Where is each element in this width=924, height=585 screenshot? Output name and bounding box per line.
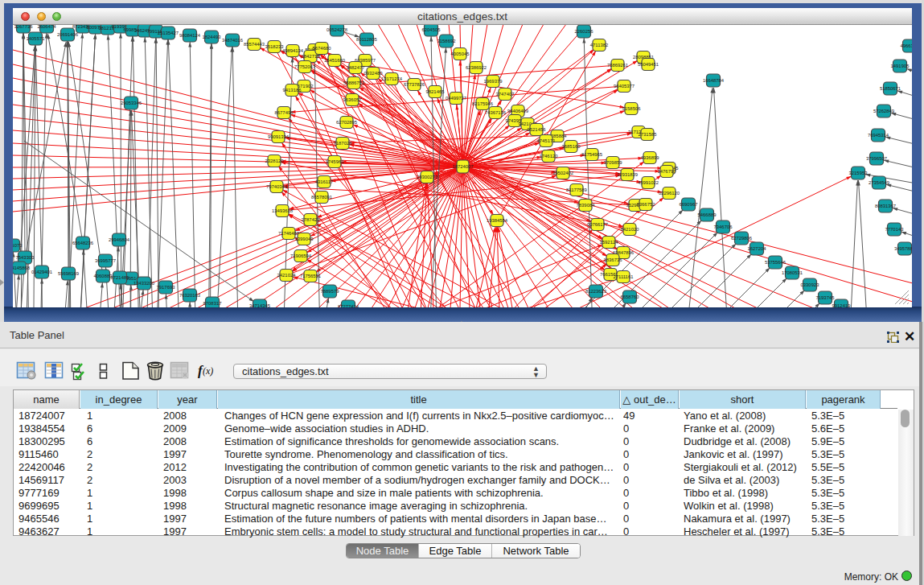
- svg-text:4745171: 4745171: [537, 138, 556, 143]
- svg-text:4711382: 4711382: [590, 43, 609, 47]
- svg-text:0932480: 0932480: [364, 71, 384, 76]
- svg-text:5466889: 5466889: [698, 212, 717, 217]
- svg-text:4316117: 4316117: [315, 179, 334, 184]
- svg-text:32931839: 32931839: [617, 172, 638, 177]
- svg-text:1969379: 1969379: [484, 79, 503, 84]
- svg-text:9912419: 9912419: [832, 303, 851, 307]
- svg-text:3158692: 3158692: [437, 39, 456, 43]
- svg-text:3518233: 3518233: [265, 44, 285, 49]
- svg-text:99091334: 99091334: [268, 134, 290, 139]
- svg-text:81223623: 81223623: [585, 289, 607, 294]
- svg-text:1405571: 1405571: [27, 36, 45, 41]
- svg-text:77752047: 77752047: [294, 64, 315, 69]
- svg-text:9821465: 9821465: [426, 89, 446, 94]
- svg-text:82175946: 82175946: [472, 101, 494, 106]
- svg-text:55886753: 55886753: [343, 80, 365, 85]
- svg-text:4966319: 4966319: [901, 43, 912, 48]
- svg-text:3709859: 3709859: [604, 160, 622, 165]
- svg-text:81177589: 81177589: [566, 187, 587, 192]
- svg-text:1592124: 1592124: [600, 240, 619, 245]
- svg-text:16648784: 16648784: [703, 78, 725, 83]
- svg-text:98084124: 98084124: [179, 33, 201, 38]
- svg-text:7346706: 7346706: [714, 225, 733, 229]
- svg-text:19384554: 19384554: [487, 218, 508, 223]
- svg-text:0842710: 0842710: [302, 54, 321, 59]
- svg-text:34874016: 34874016: [222, 38, 244, 43]
- svg-text:87277434: 87277434: [338, 304, 359, 307]
- svg-text:62702895: 62702895: [336, 120, 358, 125]
- svg-text:5158506: 5158506: [622, 106, 642, 111]
- svg-text:49894134: 49894134: [282, 48, 304, 53]
- svg-text:7187026: 7187026: [334, 141, 353, 146]
- svg-text:9413186: 9413186: [283, 88, 302, 93]
- svg-text:55698169: 55698169: [58, 271, 79, 276]
- svg-text:13493618: 13493618: [272, 208, 294, 213]
- svg-text:3685160: 3685160: [562, 144, 581, 149]
- svg-text:51850671: 51850671: [880, 86, 901, 91]
- svg-text:8708317: 8708317: [203, 301, 222, 306]
- svg-text:2421024: 2421024: [277, 273, 297, 278]
- svg-text:8677496: 8677496: [275, 110, 294, 115]
- svg-text:1627204: 1627204: [748, 246, 767, 251]
- svg-text:7193745: 7193745: [816, 295, 836, 300]
- svg-text:01429401: 01429401: [31, 270, 52, 274]
- svg-text:(x): (x): [203, 365, 213, 377]
- svg-text:7889579: 7889579: [321, 289, 339, 294]
- svg-text:39502402: 39502402: [552, 171, 573, 175]
- svg-text:5674680: 5674680: [313, 46, 332, 51]
- svg-text:3267736: 3267736: [14, 25, 34, 29]
- svg-text:45991022: 45991022: [638, 180, 659, 185]
- svg-text:27354549: 27354549: [869, 180, 889, 185]
- svg-text:27111161: 27111161: [614, 274, 634, 279]
- svg-text:17080531: 17080531: [782, 270, 803, 275]
- svg-text:34957885: 34957885: [894, 246, 912, 251]
- svg-text:53755646: 53755646: [765, 260, 786, 265]
- svg-text:71746488: 71746488: [278, 231, 300, 236]
- svg-text:75869261: 75869261: [607, 63, 628, 68]
- svg-text:6204505: 6204505: [422, 27, 441, 32]
- svg-text:56049451: 56049451: [638, 62, 659, 67]
- svg-text:3215953: 3215953: [849, 171, 869, 175]
- svg-text:3482477: 3482477: [347, 65, 365, 70]
- svg-text:02296120: 02296120: [659, 191, 680, 196]
- svg-text:2328120: 2328120: [265, 159, 285, 163]
- svg-text:76320163: 76320163: [179, 293, 201, 298]
- svg-text:3747407: 3747407: [496, 92, 515, 97]
- svg-text:7770143: 7770143: [885, 227, 905, 232]
- svg-text:67737826: 67737826: [404, 82, 425, 87]
- svg-text:00766177: 00766177: [587, 222, 608, 227]
- svg-text:94406409: 94406409: [507, 109, 528, 113]
- svg-text:71756551: 71756551: [300, 274, 321, 278]
- svg-text:8366752: 8366752: [637, 202, 655, 207]
- svg-text:62729806: 62729806: [731, 236, 753, 241]
- svg-text:15451680: 15451680: [324, 58, 346, 63]
- svg-text:1746120: 1746120: [540, 154, 559, 159]
- svg-text:8421020: 8421020: [621, 227, 640, 232]
- svg-text:7839084: 7839084: [577, 203, 596, 208]
- svg-text:96405377: 96405377: [614, 84, 634, 89]
- svg-text:80831367: 80831367: [875, 204, 896, 208]
- svg-text:29946804: 29946804: [109, 237, 130, 242]
- svg-text:37996507: 37996507: [866, 156, 887, 161]
- svg-text:74367136: 74367136: [485, 110, 507, 115]
- svg-text:85574443: 85574443: [244, 42, 265, 47]
- svg-text:29300273: 29300273: [417, 175, 438, 179]
- svg-text:81754965: 81754965: [581, 152, 603, 157]
- svg-text:86578091: 86578091: [311, 195, 332, 200]
- svg-text:65648236: 65648236: [72, 241, 94, 245]
- svg-text:13171274: 13171274: [381, 76, 403, 81]
- svg-text:62386922: 62386922: [466, 65, 487, 70]
- svg-text:57262849: 57262849: [873, 109, 894, 113]
- svg-text:4005045: 4005045: [451, 51, 470, 56]
- svg-text:1836736: 1836736: [604, 257, 623, 262]
- svg-text:9521456: 9521456: [528, 127, 547, 132]
- svg-text:7917693: 7917693: [157, 285, 176, 290]
- svg-text:4216073: 4216073: [13, 243, 23, 248]
- svg-text:7543303: 7543303: [16, 255, 35, 260]
- svg-text:2260256: 2260256: [575, 29, 594, 34]
- svg-text:1476797: 1476797: [658, 169, 676, 174]
- svg-text:25135427: 25135427: [158, 31, 179, 35]
- svg-text:8721489: 8721489: [111, 275, 129, 280]
- svg-text:1745961: 1745961: [326, 159, 344, 164]
- svg-text:0330923: 0330923: [801, 282, 820, 287]
